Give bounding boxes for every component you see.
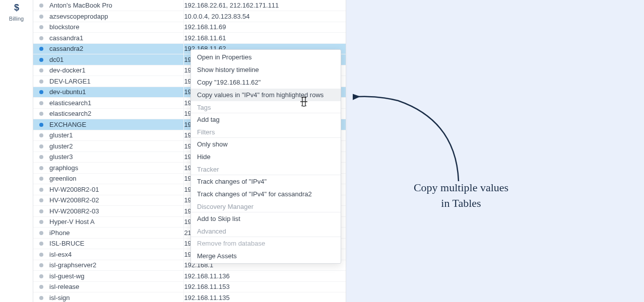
asset-name[interactable]: gluster2	[49, 141, 184, 152]
asset-ip[interactable]: 192.168.11.69	[184, 22, 346, 33]
menu-add-tag[interactable]: Add tag	[191, 113, 341, 126]
status-dot-icon	[39, 263, 43, 267]
table-row[interactable]: isl-release192.168.11.153	[33, 281, 346, 292]
asset-name[interactable]: isl-graphserver2	[49, 260, 184, 271]
status-cell	[33, 65, 49, 76]
status-cell	[33, 130, 49, 141]
menu-section-tags: Tags	[191, 101, 341, 113]
asset-ip[interactable]: 10.0.0.4, 20.123.83.54	[184, 11, 346, 22]
status-cell	[33, 281, 49, 292]
status-dot-icon	[39, 231, 43, 235]
sidebar-item-billing[interactable]: $ Billing	[0, 1, 33, 27]
asset-name[interactable]: dc01	[49, 54, 184, 65]
menu-hide[interactable]: Hide	[191, 150, 341, 163]
asset-name[interactable]: cassandra1	[49, 33, 184, 44]
status-dot-icon	[39, 15, 43, 19]
status-cell	[33, 163, 49, 174]
asset-name[interactable]: greenlion	[49, 173, 184, 184]
asset-name[interactable]: elasticsearch1	[49, 98, 184, 109]
asset-ip[interactable]: 192.168.11.61	[184, 33, 346, 44]
status-cell	[33, 184, 49, 195]
status-dot-icon	[39, 80, 43, 84]
menu-merge[interactable]: Merge Assets	[191, 250, 341, 262]
status-dot-icon	[39, 123, 43, 127]
table-row[interactable]: cassandra1192.168.11.61	[33, 33, 346, 44]
status-cell	[33, 292, 49, 303]
asset-name[interactable]: dev-docker1	[49, 65, 184, 76]
asset-name[interactable]: cassandra2	[49, 43, 184, 54]
status-cell	[33, 76, 49, 87]
asset-ip[interactable]: 192.168.22.61, 212.162.171.111	[184, 0, 346, 11]
status-dot-icon	[39, 25, 43, 29]
status-dot-icon	[39, 285, 43, 289]
asset-name[interactable]: isl-sign	[49, 292, 184, 303]
asset-name[interactable]: isl-release	[49, 281, 184, 292]
asset-name[interactable]: blockstore	[49, 22, 184, 33]
asset-name[interactable]: HV-W2008R2-01	[49, 184, 184, 195]
menu-show-history[interactable]: Show history timeline	[191, 63, 341, 76]
status-cell	[33, 33, 49, 44]
status-dot-icon	[39, 144, 43, 148]
status-dot-icon	[39, 68, 43, 72]
status-dot-icon	[39, 198, 43, 202]
asset-name[interactable]: graphlogs	[49, 163, 184, 174]
asset-name[interactable]: HV-W2008R2-02	[49, 195, 184, 206]
status-cell	[33, 238, 49, 249]
table-row[interactable]: isl-sign192.168.11.135	[33, 292, 346, 303]
asset-name[interactable]: isl-guest-wg	[49, 271, 184, 282]
status-dot-icon	[39, 166, 43, 170]
menu-only-show[interactable]: Only show	[191, 138, 341, 150]
asset-name[interactable]: EXCHANGE	[49, 119, 184, 130]
asset-name[interactable]: Hyper-V Host A	[49, 216, 184, 228]
table-row[interactable]: Anton's MacBook Pro192.168.22.61, 212.16…	[33, 0, 346, 11]
asset-name[interactable]: azsevscopeprodapp	[49, 11, 184, 22]
status-dot-icon	[39, 209, 43, 213]
menu-section-filters: Filters	[191, 126, 341, 137]
menu-copy-column[interactable]: Copy values in "IPv4" from highlighted r…	[191, 89, 341, 101]
status-cell	[33, 98, 49, 109]
table-row[interactable]: azsevscopeprodapp10.0.0.4, 20.123.83.54	[33, 11, 346, 22]
status-cell	[33, 22, 49, 33]
status-cell	[33, 249, 49, 260]
asset-name[interactable]: gluster1	[49, 130, 184, 141]
asset-name[interactable]: ISL-BRUCE	[49, 238, 184, 249]
asset-name[interactable]: HV-W2008R2-03	[49, 206, 184, 217]
menu-track-field[interactable]: Track changes of "IPv4"	[191, 175, 341, 188]
asset-ip[interactable]: 192.168.11.153	[184, 281, 346, 292]
asset-name[interactable]: dev-ubuntu1	[49, 87, 184, 98]
asset-ip[interactable]: 192.168.11.136	[184, 271, 346, 282]
asset-name[interactable]: iPhone	[49, 228, 184, 239]
svg-text:$: $	[14, 3, 19, 12]
asset-name[interactable]: isl-esx4	[49, 249, 184, 260]
table-row[interactable]: isl-guest-wg192.168.11.136	[33, 271, 346, 282]
status-dot-icon	[39, 177, 43, 181]
asset-name[interactable]: Anton's MacBook Pro	[49, 0, 184, 11]
menu-section-advanced: Advanced	[191, 225, 341, 237]
status-cell	[33, 195, 49, 206]
table-row[interactable]: blockstore192.168.11.69	[33, 22, 346, 33]
menu-section-tracker: Tracker	[191, 163, 341, 175]
menu-skip[interactable]: Add to Skip list	[191, 212, 341, 225]
menu-open[interactable]: Open in Properties	[191, 51, 341, 63]
asset-name[interactable]: DEV-LARGE1	[49, 76, 184, 87]
status-dot-icon	[39, 296, 43, 300]
asset-ip[interactable]: 192.168.11.135	[184, 292, 346, 303]
menu-track-host[interactable]: Track changes of "IPv4" for cassandra2	[191, 188, 341, 200]
sidebar-label: Billing	[0, 16, 33, 22]
status-dot-icon	[39, 4, 43, 8]
status-dot-icon	[39, 220, 43, 224]
asset-name[interactable]: elasticsearch2	[49, 108, 184, 119]
status-dot-icon	[39, 47, 43, 51]
status-dot-icon	[39, 90, 43, 94]
status-cell	[33, 260, 49, 271]
menu-remove: Remove from database	[191, 237, 341, 250]
sidebar: $ Billing	[0, 0, 33, 302]
status-cell	[33, 228, 49, 239]
status-dot-icon	[39, 274, 43, 278]
menu-copy-value[interactable]: Copy "192.168.11.62"	[191, 76, 341, 89]
status-dot-icon	[39, 188, 43, 192]
status-dot-icon	[39, 36, 43, 40]
status-dot-icon	[39, 112, 43, 116]
status-cell	[33, 206, 49, 217]
asset-name[interactable]: gluster3	[49, 152, 184, 163]
